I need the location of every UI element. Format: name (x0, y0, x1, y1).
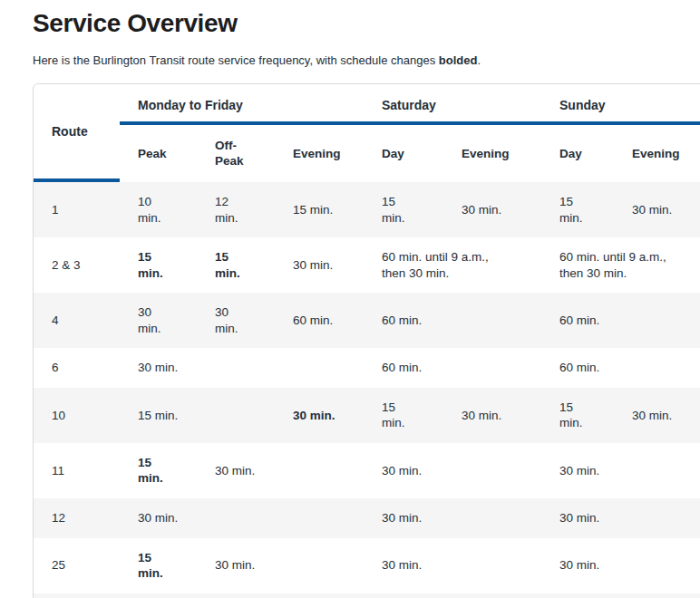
frequency-cell: 12 min. (197, 182, 275, 237)
frequency-cell: 15 min. (120, 237, 197, 293)
table-row-route-10: 10 15 min. 30 min. 15 min. 30 min. 15 mi… (34, 388, 700, 443)
frequency-cell: 15 min. (364, 182, 443, 237)
intro-text: Here is the Burlington Transit route ser… (33, 53, 700, 69)
table-row-route-25: 25 15 min. 30 min. 30 min. 30 min. (34, 538, 700, 593)
table-row-route-11: 11 15 min. 30 min. 30 min. 30 min. (34, 443, 700, 498)
frequency-cell: 30 min. (197, 293, 275, 348)
route-cell: 2 & 3 (34, 237, 120, 293)
frequency-cell: 15 min. (364, 388, 443, 443)
frequency-cell: 15 min. (120, 538, 197, 593)
frequency-cell: 30 min. (197, 443, 364, 498)
frequency-cell: 15 min. (541, 388, 614, 443)
route-cell: 25 (34, 538, 120, 593)
frequency-cell: 15 min. (197, 237, 275, 293)
frequency-cell: 30 min. (614, 388, 700, 443)
frequency-cell: 30 min. (364, 498, 541, 538)
frequency-cell: 60 min. (541, 293, 700, 348)
frequency-cell: 30 min. (541, 538, 700, 593)
frequency-cell: 30 min. (120, 348, 364, 388)
frequency-cell: 15 min. (120, 388, 275, 443)
frequency-cell: 30 min. (443, 388, 541, 443)
frequency-cell: 30 min. (541, 443, 700, 498)
column-header-evening-weekday: Evening (275, 125, 364, 182)
route-column-header: Route (34, 84, 120, 182)
table-row-route-12: 12 30 min. 30 min. 30 min. (34, 498, 700, 538)
frequency-cell: 30 min. (364, 443, 541, 498)
frequency-cell: 60 min. (275, 293, 364, 348)
table-row-route-1: 1 10 min. 12 min. 15 min. 15 min. 30 min… (34, 182, 700, 237)
frequency-cell: 30 min. (275, 237, 364, 293)
group-header-sunday: Sunday (541, 84, 700, 125)
route-frequency-table: Route Monday to Friday Saturday Sunday P… (33, 83, 700, 598)
intro-text-after: . (477, 53, 481, 67)
group-header-row: Route Monday to Friday Saturday Sunday (34, 84, 700, 125)
table-row-route-2-3: 2 & 3 15 min. 15 min. 30 min. 60 min. un… (34, 237, 700, 293)
column-header-day-saturday: Day (364, 125, 443, 182)
column-header-evening-saturday: Evening (443, 125, 541, 182)
intro-bold-word: bolded (439, 53, 478, 67)
group-header-monday-to-friday: Monday to Friday (120, 84, 364, 125)
frequency-cell: 60 min. (541, 348, 700, 388)
frequency-cell: 60 min. until 9 a.m., then 30 min. (364, 237, 541, 293)
frequency-cell: 15 min. (275, 182, 364, 237)
frequency-cell: 30 min. (197, 538, 364, 593)
route-cell: 4 (34, 293, 120, 348)
column-header-peak: Peak (120, 125, 197, 182)
route-cell: 12 (34, 498, 120, 538)
frequency-cell: 10 min. (120, 182, 197, 237)
table-row-route-6: 6 30 min. 60 min. 60 min. (34, 348, 700, 388)
route-cell: 6 (34, 348, 120, 388)
table-row-route-4: 4 30 min. 30 min. 60 min. 60 min. 60 min… (34, 293, 700, 348)
column-header-day-sunday: Day (541, 125, 614, 182)
frequency-cell: 60 min. (364, 348, 541, 388)
group-header-saturday: Saturday (364, 84, 541, 125)
intro-text-before: Here is the Burlington Transit route ser… (33, 53, 439, 67)
route-cell: 11 (34, 443, 120, 498)
frequency-cell: 60 min. until 9 a.m., then 30 min. (541, 237, 700, 293)
page-title: Service Overview (33, 9, 700, 38)
frequency-cell: 15 min. (541, 182, 614, 237)
frequency-cell: 30 min. (275, 388, 364, 443)
frequency-cell: 30 min. (541, 498, 700, 538)
partial-row-cell (34, 593, 700, 598)
route-cell: 10 (34, 388, 120, 443)
frequency-cell: 30 min. (443, 182, 541, 237)
frequency-cell: 30 min. (120, 498, 364, 538)
sub-header-row: Peak Off-Peak Evening Day Evening Day Ev… (34, 125, 700, 182)
route-cell: 1 (34, 182, 120, 237)
frequency-cell: 30 min. (364, 538, 541, 593)
table-row-partial (34, 593, 700, 598)
frequency-cell: 60 min. (364, 293, 541, 348)
page: Service Overview Here is the Burlington … (0, 0, 700, 598)
frequency-cell: 30 min. (614, 182, 700, 237)
frequency-cell: 15 min. (120, 443, 197, 498)
column-header-evening-sunday: Evening (614, 125, 700, 182)
column-header-off-peak: Off-Peak (197, 125, 275, 182)
frequency-cell: 30 min. (120, 293, 197, 348)
